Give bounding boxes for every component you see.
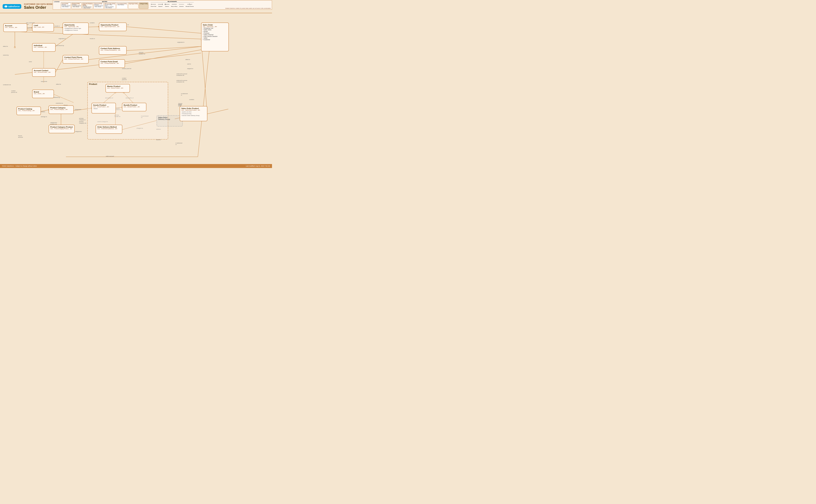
entity-bundle-product-name: Bundle Product xyxy=(124,104,145,106)
rel-ordered-2: ordered for personcontacted via xyxy=(176,80,187,83)
rel-is-delivered-in-1: is deliveredin xyxy=(181,93,187,96)
svg-line-70 xyxy=(54,94,73,102)
rel-contains-2: contains xyxy=(40,111,45,112)
rel-categorizes-product-via: categorizesproduct via xyxy=(50,122,57,125)
entity-product-category: Product Category ssot__ProductCategory__… xyxy=(49,105,74,114)
legend-entities-list: Cloud Entity API Name # User Key Attribu… xyxy=(61,3,148,9)
so-attr-1: Shopping Cart xyxy=(203,27,227,29)
entity-brand-name: Brand xyxy=(34,91,52,93)
legend-required: Required xyxy=(158,3,163,7)
so-attr-4: Contract xyxy=(203,32,227,34)
entity-product-category-product-api: ssot__ProductCategoryProduct__dlm xyxy=(50,128,73,129)
legend-record-type-entity: Record Type Entity RT: Record Type Name … xyxy=(104,3,116,9)
svg-line-45 xyxy=(15,32,201,39)
product-container-label: Product xyxy=(89,83,97,85)
svg-text:sf: sf xyxy=(6,6,6,7)
so-attr-7: Seller xyxy=(203,37,227,39)
svg-line-35 xyxy=(55,33,74,46)
rel-results-in-1: results in xyxy=(54,25,60,27)
so-attr-5: Sales Channel xyxy=(203,34,227,36)
rel-owns: owns xyxy=(29,61,32,62)
rel-billed-to: billed to xyxy=(185,59,190,60)
entity-goods-product-api: ssot__GoodsProduct__dlm xyxy=(93,106,114,108)
entity-contact-point-address-name: Contact Point Address xyxy=(100,47,125,49)
entity-opportunity-attr1: • Engagement Channel Type xyxy=(64,28,87,29)
entity-product-catalog-name: Product Catalog xyxy=(18,108,39,110)
diagram: was convertedfrom converted to results i… xyxy=(0,14,272,164)
entity-contact-point-phone-name: Contact Point Phone xyxy=(64,56,87,58)
entity-contact-point-email-name: Contact Point Email xyxy=(100,61,123,63)
entity-account-contact-api: ssot__AccountContact__dlm xyxy=(34,71,54,73)
entity-contact-point-address: Contact Point Address ssot__ContactPoint… xyxy=(99,46,127,55)
rel-originated-in-1: originated in xyxy=(58,38,66,39)
svg-line-43 xyxy=(126,46,201,51)
svg-line-48 xyxy=(207,109,228,114)
entity-sales-order-name: Sales Order xyxy=(203,24,227,26)
entity-bundle-product: Bundle Product ssot__BundleProduct__dlm xyxy=(122,103,146,111)
rel-shipped-to: shipped to xyxy=(187,68,193,69)
many-to-many-label: Many-to-Many xyxy=(171,6,177,7)
entity-order-delivery-method: Order Delivery Method ssot__OrderDeliver… xyxy=(96,125,122,134)
rel-billed-for-1: billed for xyxy=(3,46,8,47)
rel-contact-point-for-2: contactpoint for xyxy=(122,77,127,80)
entity-product-catalog-api: ssot__ProductCatalog__dlm xyxy=(18,110,39,111)
so-attr-2: Sales Store xyxy=(203,29,227,31)
entity-goods-product-name: Goods Product xyxy=(93,104,114,106)
entity-sales-order: Sales Order ssot__SalesOrder__dlm Shoppi… xyxy=(201,23,229,51)
entity-lead: Lead ssot__Lead__dlm xyxy=(32,23,54,32)
entity-opportunity-api: ssot__Opportunity__dlm xyxy=(64,26,87,27)
legend-extended-entity: Extended Related Entity API Name # User … xyxy=(82,3,93,9)
rel-is-delivered-in-2: is deliveredin xyxy=(175,142,182,145)
svg-line-73 xyxy=(198,50,210,157)
rel-contact-person-for: contactperson for xyxy=(11,90,17,93)
rel-primary-category-via: primarycategory via xyxy=(79,121,86,124)
rel-contact-point-for-1: contact point for xyxy=(122,68,131,69)
rel-contains-1: contains xyxy=(90,22,95,24)
header-title: CUSTOMER 360 DATA MODEL Sales Order xyxy=(24,3,54,10)
entity-lead-api: ssot__Lead__dlm xyxy=(34,26,52,28)
entity-opportunity-product-api: ssot__OpportunityProduct__dlm xyxy=(100,26,125,27)
entity-sales-order-api: ssot__SalesOrder__dlm xyxy=(203,26,227,27)
entity-opportunity: Opportunity ssot__Opportunity__dlm • Eng… xyxy=(63,23,89,34)
entity-sales-order-attrs: Shopping Cart Sales Store Quote Contract… xyxy=(203,27,227,41)
entity-sales-order-product-name: Sales Order Product xyxy=(181,107,206,109)
legend-many-to-many: Many-to-Many xyxy=(171,3,177,7)
rel-contacted-via: contacted via xyxy=(3,84,11,85)
legend-entities-section: ENTITIES Cloud Entity API Name # User Ke… xyxy=(61,1,148,9)
rel-delivery-location: deliverylocation for xyxy=(139,52,145,55)
rel-owned-by: owned by xyxy=(3,54,9,56)
mutually-exclusive-label: Mutually Exclusive xyxy=(185,6,194,7)
entity-brand: Brand ssot__Brand__dlm xyxy=(32,90,54,98)
parent-child-label: Parent-Child xyxy=(151,6,156,7)
entity-individual-name: Individual xyxy=(34,44,54,46)
legend-relationships-list: Parent-Child Required Optional Many-to-M… xyxy=(151,3,194,7)
entity-product-category-product: Product Category Product ssot__ProductCa… xyxy=(49,125,75,133)
entity-contact-point-email: Contact Point Email ssot__ContactPointEm… xyxy=(99,59,125,68)
rel-defined-by: defined by xyxy=(54,97,60,98)
legend-mutually-exclusive: Mutually Exclusive xyxy=(185,3,194,7)
svg-line-44 xyxy=(124,50,201,64)
rel-purchased-by: purchased by xyxy=(56,45,64,46)
rel-categorizes-1: categorizes xyxy=(74,109,81,110)
entity-order-delivery-method-name: Order Delivery Method xyxy=(97,126,121,128)
rel-marketed-as: marketed as xyxy=(56,102,63,104)
entity-opportunity-attr2: • Engagement Channel xyxy=(64,29,87,31)
entity-master-product-api: ssot__MasterProduct__dlm xyxy=(107,87,128,89)
legend-extension: Extension xyxy=(179,3,184,7)
entity-bundle-product-api: ssot__BundleProduct__dlm xyxy=(124,106,145,108)
salesforce-logo: sf salesforce xyxy=(3,4,21,9)
entity-contact-point-address-api: ssot__ContactPointAddress__dlm xyxy=(100,49,125,51)
entity-master-product-name: Master Product xyxy=(107,85,128,87)
legend: LEGEND: ENTITIES Cloud Entity API Name #… xyxy=(53,0,272,10)
rel-billed-for-2: billed for xyxy=(56,84,61,85)
header: sf salesforce CUSTOMER 360 DATA MODEL Sa… xyxy=(0,0,272,13)
svg-line-41 xyxy=(55,60,63,73)
rel-ordered-1: ordered for personcontacted via xyxy=(176,73,187,76)
required-label: Required xyxy=(158,6,162,7)
legend-relationships-section: RELATIONSHIPS Parent-Child Required Opti… xyxy=(151,1,194,7)
entity-master-product: Master Product ssot__MasterProduct__dlm xyxy=(105,84,130,93)
entity-account-api: ssot__Account__dlm xyxy=(5,27,26,28)
entity-sop-attr2: Pricebook Entry xyxy=(181,113,206,114)
svg-point-38 xyxy=(14,47,15,48)
rel-results-in-2: results in xyxy=(90,38,95,39)
